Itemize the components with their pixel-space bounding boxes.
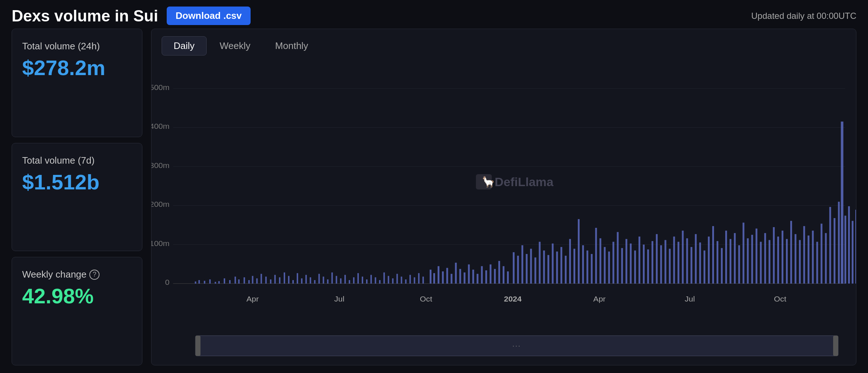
svg-rect-74 xyxy=(442,271,444,284)
svg-rect-100 xyxy=(556,251,558,283)
svg-text:400m: 400m xyxy=(151,122,170,131)
svg-rect-136 xyxy=(712,226,714,283)
range-dots: ··· xyxy=(512,342,521,350)
stat-card-7d: Total volume (7d) $1.512b xyxy=(12,143,142,251)
svg-rect-105 xyxy=(578,219,580,284)
svg-rect-82 xyxy=(476,274,478,284)
svg-rect-36 xyxy=(274,275,276,284)
svg-rect-159 xyxy=(812,231,814,284)
svg-rect-38 xyxy=(284,272,285,284)
svg-rect-169 xyxy=(852,221,853,284)
svg-rect-165 xyxy=(838,202,840,284)
svg-rect-71 xyxy=(430,270,431,283)
svg-text:200m: 200m xyxy=(151,200,170,209)
svg-rect-52 xyxy=(344,275,346,284)
svg-rect-66 xyxy=(405,279,406,284)
svg-rect-73 xyxy=(438,266,439,284)
svg-rect-67 xyxy=(409,275,411,284)
svg-rect-151 xyxy=(777,237,779,284)
svg-rect-76 xyxy=(451,274,453,284)
stat-card-weekly: Weekly change ? 42.98% xyxy=(12,257,142,365)
svg-rect-160 xyxy=(816,242,818,283)
svg-rect-28 xyxy=(238,279,240,284)
svg-rect-155 xyxy=(795,234,796,283)
svg-rect-150 xyxy=(773,227,775,284)
svg-rect-109 xyxy=(595,228,597,284)
svg-rect-110 xyxy=(600,238,601,284)
svg-rect-153 xyxy=(786,239,788,284)
svg-rect-156 xyxy=(799,240,801,284)
svg-rect-24 xyxy=(218,281,220,284)
svg-rect-78 xyxy=(459,269,461,283)
svg-rect-79 xyxy=(464,272,466,284)
svg-rect-104 xyxy=(573,249,575,284)
range-fill: ··· xyxy=(195,336,838,356)
svg-text:Jul: Jul xyxy=(685,295,695,304)
range-thumb-right[interactable] xyxy=(833,336,838,356)
range-selector[interactable]: ··· xyxy=(195,335,839,356)
svg-rect-49 xyxy=(331,272,333,284)
svg-text:Jul: Jul xyxy=(334,295,344,304)
svg-rect-114 xyxy=(617,232,618,283)
tab-daily[interactable]: Daily xyxy=(162,36,207,56)
tab-monthly[interactable]: Monthly xyxy=(264,36,320,56)
svg-rect-133 xyxy=(699,242,701,283)
stat-value-weekly: 42.98% xyxy=(22,284,132,308)
svg-rect-96 xyxy=(539,242,541,283)
stat-label-weekly: Weekly change ? xyxy=(22,269,132,280)
svg-rect-168 xyxy=(848,206,850,283)
svg-rect-108 xyxy=(591,254,593,284)
svg-rect-139 xyxy=(725,231,727,284)
svg-rect-118 xyxy=(634,250,636,283)
svg-rect-81 xyxy=(472,270,474,283)
svg-rect-20 xyxy=(198,280,200,284)
svg-rect-126 xyxy=(669,249,671,284)
svg-rect-40 xyxy=(292,280,294,284)
svg-rect-154 xyxy=(790,221,792,284)
svg-rect-57 xyxy=(366,279,368,284)
header-left: Dexs volume in Sui Download .csv xyxy=(12,7,251,25)
svg-rect-45 xyxy=(314,280,316,284)
tab-weekly[interactable]: Weekly xyxy=(208,36,262,56)
svg-rect-60 xyxy=(379,280,381,284)
svg-rect-55 xyxy=(357,273,359,284)
svg-rect-70 xyxy=(422,276,424,283)
svg-rect-77 xyxy=(455,263,457,284)
svg-text:🦙: 🦙 xyxy=(482,175,495,188)
svg-rect-94 xyxy=(530,249,532,284)
svg-rect-131 xyxy=(690,247,692,284)
svg-rect-41 xyxy=(297,273,298,284)
svg-rect-113 xyxy=(612,242,614,283)
svg-text:Oct: Oct xyxy=(774,295,786,304)
svg-rect-75 xyxy=(446,268,448,283)
svg-rect-120 xyxy=(643,245,645,284)
svg-rect-162 xyxy=(825,233,827,283)
svg-text:DefiLlama: DefiLlama xyxy=(495,175,553,188)
svg-text:300m: 300m xyxy=(151,161,170,170)
svg-rect-119 xyxy=(638,237,640,284)
svg-rect-32 xyxy=(256,278,258,283)
svg-rect-62 xyxy=(388,276,389,283)
svg-rect-107 xyxy=(587,250,588,283)
svg-rect-111 xyxy=(604,247,606,284)
info-icon-weekly[interactable]: ? xyxy=(89,270,100,280)
svg-rect-47 xyxy=(323,276,324,283)
svg-rect-97 xyxy=(543,250,545,283)
left-panel: Total volume (24h) $278.2m Total volume … xyxy=(12,29,142,365)
svg-rect-29 xyxy=(244,277,245,283)
svg-rect-30 xyxy=(248,280,250,284)
download-csv-button[interactable]: Download .csv xyxy=(167,7,250,25)
chart-svg: 500m 400m 300m 200m 100m 0 Apr Jul Oct 2… xyxy=(151,61,856,332)
svg-rect-141 xyxy=(734,233,736,283)
svg-rect-130 xyxy=(686,238,688,284)
svg-rect-86 xyxy=(494,269,496,283)
svg-rect-22 xyxy=(209,279,211,284)
svg-rect-116 xyxy=(625,239,627,284)
range-thumb-left[interactable] xyxy=(195,336,200,356)
svg-rect-138 xyxy=(721,248,723,284)
svg-text:Oct: Oct xyxy=(420,295,432,304)
svg-rect-95 xyxy=(535,258,536,284)
svg-text:100m: 100m xyxy=(151,239,170,248)
svg-rect-19 xyxy=(195,282,196,284)
svg-rect-112 xyxy=(608,251,610,283)
